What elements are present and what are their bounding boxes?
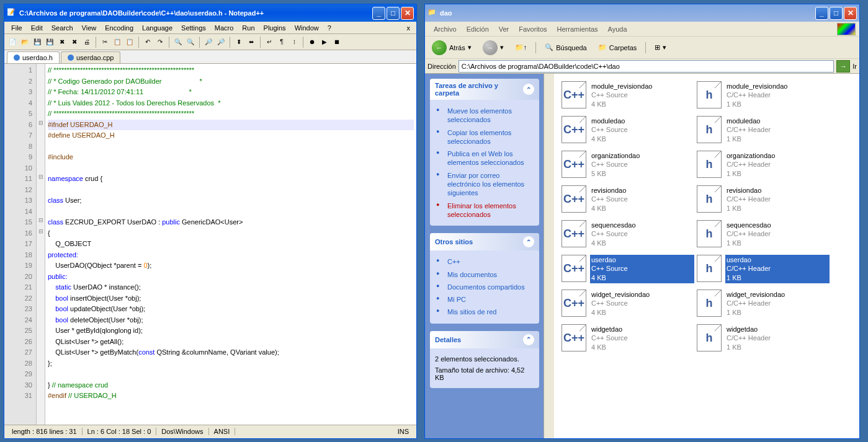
menu-edición[interactable]: Edición xyxy=(462,24,494,34)
menu-herramientas[interactable]: Herramientas xyxy=(552,24,603,34)
file-item[interactable]: hrevisiondaoC/C++ Header1 KB xyxy=(696,184,831,215)
file-item[interactable]: C++moduledaoC++ Source4 KB xyxy=(560,115,696,146)
sync-h-icon[interactable]: ⬌ xyxy=(246,37,257,48)
maximize-button[interactable]: □ xyxy=(830,7,843,20)
windows-flag-icon[interactable] xyxy=(837,23,856,35)
save-icon[interactable]: 💾 xyxy=(32,37,43,48)
file-item[interactable]: hwidget_revisiondaoC/C++ Header1 KB xyxy=(696,288,831,319)
file-item[interactable]: C++widgetdaoC++ Source4 KB xyxy=(560,323,696,354)
show-all-icon[interactable]: ¶ xyxy=(276,37,287,48)
stop-macro-icon[interactable]: ⏹ xyxy=(331,37,342,48)
folders-button[interactable]: 📁 Carpetas xyxy=(594,39,642,56)
place-link[interactable]: Mi PC xyxy=(435,293,534,306)
code-area[interactable]: // *************************************… xyxy=(45,64,416,425)
play-macro-icon[interactable]: ▶ xyxy=(319,37,330,48)
maximize-button[interactable]: □ xyxy=(387,7,400,20)
task-link[interactable]: Eliminar los elementos seleccionados xyxy=(435,200,534,221)
sync-v-icon[interactable]: ⬍ xyxy=(233,37,244,48)
menu-macro[interactable]: Macro xyxy=(210,23,238,33)
menu-file[interactable]: File xyxy=(7,23,27,33)
print-icon[interactable]: 🖨 xyxy=(81,37,92,48)
search-button[interactable]: 🔍 Búsqueda xyxy=(540,39,591,56)
record-macro-icon[interactable]: ⏺ xyxy=(306,37,318,48)
menu-encoding[interactable]: Encoding xyxy=(101,23,138,33)
tab-status-icon xyxy=(14,55,20,61)
task-link[interactable]: Enviar por correo electrónico los elemen… xyxy=(435,169,534,200)
menu-plugins[interactable]: Plugins xyxy=(259,23,290,33)
replace-icon[interactable]: 🔍 xyxy=(185,37,196,48)
menu-ver[interactable]: Ver xyxy=(494,24,514,34)
place-link[interactable]: C++ xyxy=(435,255,534,268)
collapse-icon[interactable]: ⌃ xyxy=(523,236,534,247)
zoom-in-icon[interactable]: 🔎 xyxy=(203,37,214,48)
collapse-icon[interactable]: ⌃ xyxy=(523,334,534,345)
file-area[interactable]: C++module_revisiondaoC++ Source4 KBC++mo… xyxy=(554,74,859,438)
explorer-titlebar[interactable]: 📁 dao _ □ ✕ xyxy=(425,4,859,22)
zoom-out-icon[interactable]: 🔎 xyxy=(215,37,226,48)
cut-icon[interactable]: ✂ xyxy=(99,37,110,48)
place-link[interactable]: Mis sitios de red xyxy=(435,306,534,318)
menu-window[interactable]: Window xyxy=(290,23,323,33)
save-all-icon[interactable]: 💾 xyxy=(44,37,55,48)
paste-icon[interactable]: 📋 xyxy=(124,37,135,48)
tab-userdao-cpp[interactable]: userdao.cpp xyxy=(61,51,121,63)
menu-archivo[interactable]: Archivo xyxy=(429,24,462,34)
file-item[interactable]: C++organizationdaoC++ Source5 KB xyxy=(560,149,696,180)
tasks-header[interactable]: Tareas de archivo y carpeta ⌃ xyxy=(430,79,539,100)
places-header[interactable]: Otros sitios ⌃ xyxy=(430,233,539,250)
file-item[interactable]: hmodule_revisiondaoC/C++ Header1 KB xyxy=(696,80,831,111)
close-button[interactable]: ✕ xyxy=(401,7,414,20)
npp-titlebar[interactable]: 📝 C:\Archivos de programa\DAOBuilder\cod… xyxy=(4,4,416,22)
close-button[interactable]: ✕ xyxy=(844,7,857,20)
menu-settings[interactable]: Settings xyxy=(177,23,210,33)
views-button[interactable]: ⊞ ▾ xyxy=(650,39,671,56)
close-all-icon[interactable]: ✖ xyxy=(69,37,80,48)
tab-userdao-h[interactable]: userdao.h xyxy=(7,51,60,63)
file-item[interactable]: C++userdaoC++ Source4 KB xyxy=(560,254,696,285)
close-file-icon[interactable]: ✖ xyxy=(56,37,68,48)
redo-icon[interactable]: ↷ xyxy=(154,37,166,48)
undo-icon[interactable]: ↶ xyxy=(142,37,153,48)
open-file-icon[interactable]: 📂 xyxy=(19,37,30,48)
menu-ayuda[interactable]: Ayuda xyxy=(603,24,632,34)
task-link[interactable]: Copiar los elementos seleccionados xyxy=(435,126,534,148)
details-header[interactable]: Detalles ⌃ xyxy=(430,331,539,348)
menu-view[interactable]: View xyxy=(78,23,101,33)
up-button[interactable]: 📁↑ xyxy=(511,39,532,56)
code-editor[interactable]: 1234567891011121314151617181920212223242… xyxy=(4,64,416,425)
file-item[interactable]: C++sequencesdaoC++ Source4 KB xyxy=(560,219,696,250)
minimize-button[interactable]: _ xyxy=(815,7,828,20)
file-item[interactable]: huserdaoC/C++ Header1 KB xyxy=(696,254,831,285)
menu-?[interactable]: ? xyxy=(323,23,336,33)
minimize-button[interactable]: _ xyxy=(372,7,385,20)
indent-guide-icon[interactable]: ⫶ xyxy=(289,37,300,48)
find-icon[interactable]: 🔍 xyxy=(172,37,184,48)
file-item[interactable]: horganizationdaoC/C++ Header1 KB xyxy=(696,149,831,180)
menu-favoritos[interactable]: Favoritos xyxy=(514,24,552,34)
address-input[interactable] xyxy=(459,60,834,73)
collapse-icon[interactable]: ⌃ xyxy=(523,84,534,95)
go-button[interactable]: → xyxy=(836,60,850,73)
task-link[interactable]: Publica en el Web los elementos seleccio… xyxy=(435,148,534,169)
menu-run[interactable]: Run xyxy=(238,23,259,33)
menu-edit[interactable]: Edit xyxy=(27,23,47,33)
back-button[interactable]: ← Atrás ▾ xyxy=(427,39,476,56)
file-item[interactable]: hmoduledaoC/C++ Header1 KB xyxy=(696,115,831,146)
menu-search[interactable]: Search xyxy=(47,23,78,33)
new-file-icon[interactable]: 📄 xyxy=(7,37,18,48)
tab-close-x[interactable]: x xyxy=(403,24,414,32)
copy-icon[interactable]: 📋 xyxy=(112,37,123,48)
place-link[interactable]: Mis documentos xyxy=(435,268,534,281)
file-item[interactable]: C++module_revisiondaoC++ Source4 KB xyxy=(560,80,696,111)
file-item[interactable]: C++widget_revisiondaoC++ Source4 KB xyxy=(560,288,696,319)
place-link[interactable]: Documentos compartidos xyxy=(435,281,534,293)
file-type: C/C++ Header xyxy=(727,91,828,99)
forward-button[interactable]: → ▾ xyxy=(478,39,508,56)
task-link[interactable]: Mueve los elementos seleccionados xyxy=(435,105,534,126)
wrap-icon[interactable]: ↵ xyxy=(264,37,275,48)
fold-gutter[interactable]: ⊟⊟⊟⊟ xyxy=(37,64,45,425)
file-item[interactable]: hsequencesdaoC/C++ Header1 KB xyxy=(696,219,831,250)
menu-language[interactable]: Language xyxy=(138,23,177,33)
file-item[interactable]: hwidgetdaoC/C++ Header1 KB xyxy=(696,323,831,354)
file-item[interactable]: C++revisiondaoC++ Source4 KB xyxy=(560,184,696,215)
